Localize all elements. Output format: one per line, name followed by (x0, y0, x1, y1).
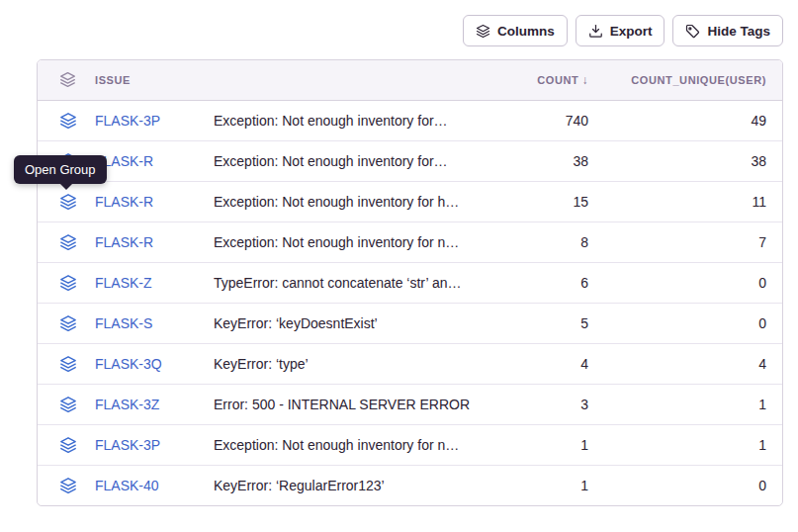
issue-title: TypeError: cannot concatenate ‘str’ an… (214, 262, 480, 303)
col-header-count-label: COUNT (537, 74, 578, 86)
hide-tags-button-label: Hide Tags (707, 24, 770, 39)
issue-title: Exception: Not enough inventory for… (214, 100, 480, 140)
open-group-icon[interactable] (59, 355, 77, 373)
count-value: 740 (480, 100, 604, 140)
table-row: FLASK-3Z Error: 500 - INTERNAL SERVER ER… (38, 384, 782, 424)
count-unique-value: 49 (604, 100, 782, 140)
count-value: 38 (480, 140, 604, 181)
count-value: 8 (480, 222, 604, 262)
tag-icon (685, 24, 700, 39)
table-row: FLASK-S KeyError: ‘keyDoesntExist’ 5 0 (38, 303, 782, 343)
open-group-icon[interactable] (59, 436, 77, 454)
table-header-row: ISSUE COUNT↓ COUNT_UNIQUE(USER) (38, 60, 782, 100)
issue-title: Exception: Not enough inventory for… (214, 140, 480, 181)
count-unique-value: 7 (604, 222, 782, 262)
open-group-tooltip: Open Group (14, 155, 107, 184)
hide-tags-button[interactable]: Hide Tags (672, 15, 783, 46)
col-header-issue[interactable]: ISSUE (95, 60, 214, 100)
table-row: FLASK-R Exception: Not enough inventory … (38, 140, 782, 181)
issue-title: KeyError: ‘keyDoesntExist’ (214, 303, 480, 343)
count-unique-value: 1 (604, 384, 782, 424)
columns-stack-icon (476, 24, 490, 39)
issue-title: KeyError: ‘type’ (214, 343, 480, 384)
issue-title: Error: 500 - INTERNAL SERVER ERROR (214, 384, 480, 424)
issue-link[interactable]: FLASK-3P (95, 113, 160, 129)
table-row: FLASK-3Q KeyError: ‘type’ 4 4 (38, 343, 782, 384)
header-icon-cell (38, 60, 95, 100)
table-row: FLASK-3P Exception: Not enough inventory… (38, 424, 782, 465)
columns-button[interactable]: Columns (463, 15, 568, 46)
count-value: 1 (480, 424, 604, 465)
tooltip-text: Open Group (25, 162, 96, 177)
count-unique-value: 11 (604, 181, 782, 222)
table-row: FLASK-40 KeyError: ‘RegularError123’ 1 0 (38, 465, 782, 505)
export-button-label: Export (610, 24, 653, 39)
issue-link[interactable]: FLASK-R (95, 234, 153, 250)
table-row: FLASK-R Exception: Not enough inventory … (38, 181, 782, 222)
issue-link[interactable]: FLASK-3Q (95, 356, 162, 372)
count-unique-value: 4 (604, 343, 782, 384)
open-group-icon[interactable] (59, 274, 77, 292)
toolbar: Columns Export Hide Tags (463, 15, 783, 46)
table-row: FLASK-Z TypeError: cannot concatenate ‘s… (38, 262, 782, 303)
table-row: FLASK-3P Exception: Not enough inventory… (38, 100, 782, 140)
issue-title: KeyError: ‘RegularError123’ (214, 465, 480, 505)
issue-link[interactable]: FLASK-Z (95, 275, 152, 291)
col-header-count[interactable]: COUNT↓ (480, 60, 604, 100)
export-download-icon (588, 24, 603, 39)
issue-link[interactable]: FLASK-3P (95, 437, 160, 453)
count-unique-value: 38 (604, 140, 782, 181)
col-header-count-unique[interactable]: COUNT_UNIQUE(USER) (604, 60, 782, 100)
results-table: ISSUE COUNT↓ COUNT_UNIQUE(USER) FLASK-3P… (37, 59, 783, 506)
issue-title: Exception: Not enough inventory for n… (214, 222, 480, 262)
table-row: FLASK-R Exception: Not enough inventory … (38, 222, 782, 262)
count-unique-value: 0 (604, 262, 782, 303)
count-unique-value: 0 (604, 465, 782, 505)
open-group-icon[interactable] (59, 477, 77, 494)
issue-link[interactable]: FLASK-3Z (95, 397, 159, 412)
count-value: 1 (480, 465, 604, 505)
count-value: 4 (480, 343, 604, 384)
col-header-title-spacer (214, 60, 480, 100)
open-group-icon[interactable] (59, 233, 77, 251)
count-value: 15 (480, 181, 604, 222)
sort-desc-icon: ↓ (581, 73, 588, 87)
issue-link[interactable]: FLASK-S (95, 315, 152, 331)
columns-button-label: Columns (497, 24, 555, 39)
count-unique-value: 0 (604, 303, 782, 343)
issue-title: Exception: Not enough inventory for n… (214, 424, 480, 465)
count-unique-value: 1 (604, 424, 782, 465)
issue-link[interactable]: FLASK-40 (95, 478, 159, 493)
count-value: 3 (480, 384, 604, 424)
open-group-icon[interactable] (59, 112, 77, 130)
issue-link[interactable]: FLASK-R (95, 194, 153, 210)
count-value: 6 (480, 262, 604, 303)
issue-title: Exception: Not enough inventory for h… (214, 181, 480, 222)
open-group-icon[interactable] (59, 396, 77, 413)
stack-icon (59, 71, 76, 88)
count-value: 5 (480, 303, 604, 343)
open-group-icon[interactable] (59, 314, 77, 332)
export-button[interactable]: Export (576, 15, 665, 46)
